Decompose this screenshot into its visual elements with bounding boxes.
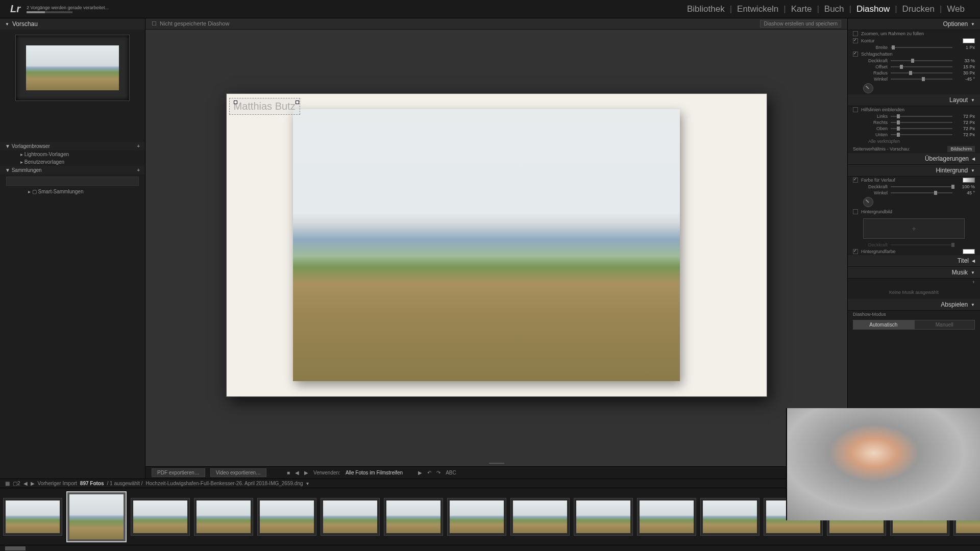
mode-manual-button[interactable]: Manuell — [914, 320, 975, 330]
margin-left-slider[interactable] — [891, 116, 952, 117]
lightroom-templates-folder[interactable]: ▸ Lightroom-Vorlagen — [0, 151, 145, 158]
angle-wheel[interactable] — [863, 83, 873, 93]
preview-thumbnail[interactable] — [15, 35, 130, 101]
aspect-ratio-label: Seitenverhältnis - Vorschau: — [853, 146, 910, 152]
prev-import-label[interactable]: Vorheriger Import — [38, 481, 77, 486]
bg-angle-slider[interactable] — [891, 192, 952, 193]
layout-header[interactable]: Layout▼ — [848, 94, 980, 106]
webcam-overlay — [786, 408, 980, 520]
music-header[interactable]: Musik▼ — [848, 267, 980, 279]
nav-entwickeln[interactable]: Entwickeln — [732, 4, 783, 14]
filmstrip-thumb[interactable] — [700, 498, 760, 536]
aspect-ratio-select[interactable]: Bildschirm — [947, 146, 975, 152]
gradient-swatch[interactable] — [963, 178, 975, 183]
filmstrip-thumb[interactable] — [574, 498, 633, 536]
filmstrip-thumb[interactable] — [3, 498, 62, 536]
filmstrip-thumb[interactable] — [447, 498, 506, 536]
slide-canvas[interactable]: Matthias Butz — [145, 30, 847, 460]
margin-right-slider[interactable] — [891, 122, 952, 123]
slideshow-title: Nicht gespeicherte Diashow — [160, 20, 229, 27]
bg-color-swatch[interactable] — [963, 249, 975, 254]
shadow-angle-slider[interactable] — [891, 79, 952, 80]
nav-bibliothek[interactable]: Bibliothek — [682, 4, 730, 14]
secondary-display-icon[interactable]: ▢2 — [13, 481, 20, 486]
panel-grip[interactable] — [145, 460, 847, 466]
next-icon[interactable]: ▶ — [304, 470, 308, 475]
zoom-fill-checkbox[interactable] — [853, 31, 858, 36]
collections-header[interactable]: ▼ Sammlungen + — [0, 166, 145, 174]
shadow-opacity-slider[interactable] — [891, 60, 952, 61]
bg-angle-wheel[interactable] — [863, 197, 873, 207]
bg-color-checkbox[interactable] — [853, 249, 858, 254]
nav-karte[interactable]: Karte — [786, 4, 817, 14]
contour-checkbox[interactable] — [853, 38, 858, 43]
mode-auto-button[interactable]: Automatisch — [853, 320, 914, 330]
rotate-ccw-icon[interactable]: ↶ — [427, 470, 431, 475]
identity-plate-overlay[interactable]: Matthias Butz — [229, 98, 300, 115]
use-value[interactable]: Alle Fotos im Filmstreifen — [346, 470, 403, 475]
nav-buch[interactable]: Buch — [819, 4, 849, 14]
shadow-offset-slider[interactable] — [891, 66, 952, 67]
bg-opacity-slider[interactable] — [891, 186, 952, 187]
add-music-icon[interactable]: + — [972, 280, 975, 285]
nav-web[interactable]: Web — [942, 4, 970, 14]
slideshow-mode-label: Diashow-Modus — [853, 312, 886, 317]
filmstrip-thumb[interactable] — [257, 498, 316, 536]
video-export-button[interactable]: Video exportieren… — [210, 468, 266, 477]
nav-fwd-icon[interactable]: ▶ — [31, 481, 35, 486]
background-header[interactable]: Hintergrund▼ — [848, 165, 980, 177]
filename-dropdown-icon[interactable]: ▾ — [306, 481, 309, 486]
bg-image-checkbox[interactable] — [853, 209, 858, 214]
link-all-label[interactable]: Alle verknüpfen — [868, 139, 900, 144]
add-template-icon[interactable]: + — [137, 143, 140, 149]
pdf-export-button[interactable]: PDF exportieren… — [152, 468, 205, 477]
rotate-cw-icon[interactable]: ↷ — [436, 470, 440, 475]
shadow-checkbox[interactable] — [853, 52, 858, 57]
user-templates-folder[interactable]: ▸ Benutzervorlagen — [0, 158, 145, 166]
template-browser-header[interactable]: ▼ Vorlagenbrowser + — [0, 142, 145, 151]
save-slideshow-button[interactable]: Diashow erstellen und speichern — [760, 20, 841, 28]
filmstrip-thumb[interactable] — [384, 498, 443, 536]
slide-photo[interactable] — [293, 109, 680, 381]
shadow-label: Schlagschatten — [861, 52, 893, 57]
stop-icon[interactable]: ■ — [287, 470, 290, 475]
play-icon[interactable]: ▶ — [418, 470, 422, 475]
filmstrip-scrollbar[interactable] — [0, 545, 980, 551]
filmstrip-thumb-selected[interactable] — [66, 491, 127, 542]
guides-label: Hilfslinien einblenden — [861, 107, 904, 112]
filmstrip-thumb[interactable] — [131, 498, 190, 536]
collection-row-empty[interactable] — [6, 177, 139, 186]
overlays-header[interactable]: Überlagerungen◀ — [848, 153, 980, 165]
prev-icon[interactable]: ◀ — [295, 470, 299, 475]
bg-image-opacity-slider — [891, 244, 952, 245]
mode-toggle[interactable]: Automatisch Manuell — [853, 320, 975, 330]
guides-checkbox[interactable] — [853, 107, 858, 112]
use-label: Verwenden: — [313, 470, 340, 475]
smart-collections-folder[interactable]: ▸ ▢ Smart-Sammlungen — [0, 188, 145, 195]
nav-diashow[interactable]: Diashow — [851, 4, 895, 14]
playback-header[interactable]: Abspielen▼ — [848, 299, 980, 311]
contour-label: Kontur — [861, 38, 875, 43]
grid-view-icon[interactable]: ▦ — [5, 481, 10, 486]
margin-top-slider[interactable] — [891, 128, 952, 129]
slide-frame[interactable]: Matthias Butz — [226, 93, 767, 397]
filmstrip-thumb[interactable] — [194, 498, 253, 536]
width-slider[interactable] — [891, 47, 952, 48]
title-header[interactable]: Titel◀ — [848, 255, 980, 267]
margin-bottom-slider[interactable] — [891, 134, 952, 135]
contour-color-swatch[interactable] — [963, 38, 975, 43]
nav-back-icon[interactable]: ◀ — [23, 481, 28, 486]
bg-color-label: Hintergrundfarbe — [861, 249, 896, 254]
bg-image-dropzone[interactable]: + — [863, 218, 965, 239]
progress-area[interactable]: 2 Vorgänge werden gerade verarbeitet... — [27, 5, 109, 13]
filmstrip-thumb[interactable] — [637, 498, 696, 536]
shadow-radius-slider[interactable] — [891, 72, 952, 73]
gradient-checkbox[interactable] — [853, 178, 858, 183]
options-header[interactable]: Optionen▼ — [848, 18, 980, 30]
preview-header[interactable]: ▼Vorschau — [0, 18, 145, 30]
nav-drucken[interactable]: Drucken — [897, 4, 940, 14]
filmstrip-thumb[interactable] — [510, 498, 570, 536]
add-collection-icon[interactable]: + — [137, 167, 140, 173]
abc-button[interactable]: ABC — [446, 470, 456, 475]
filmstrip-thumb[interactable] — [321, 498, 380, 536]
